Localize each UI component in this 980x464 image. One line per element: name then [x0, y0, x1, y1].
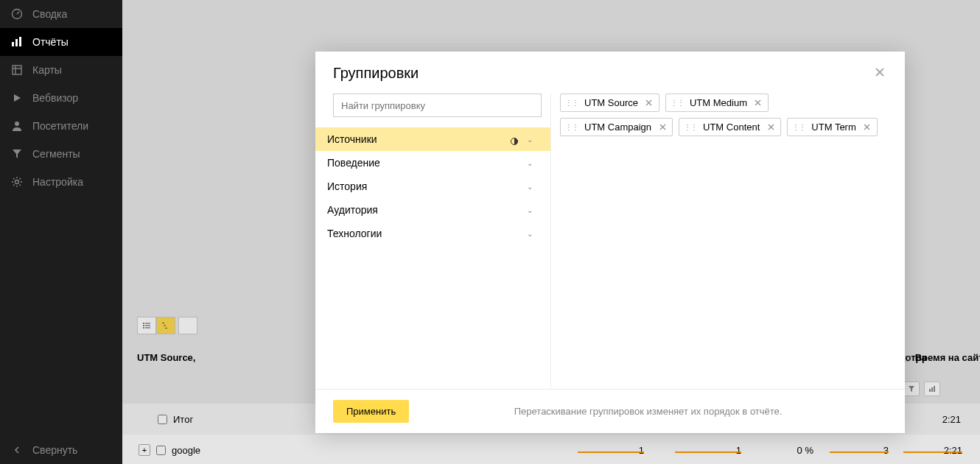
bars-icon: [10, 35, 24, 49]
remove-tag-button[interactable]: [862, 122, 872, 133]
chevron-left-icon: [10, 443, 24, 457]
funnel-icon: [10, 147, 24, 161]
drag-handle-icon[interactable]: ⋮⋮: [565, 123, 578, 131]
map-icon: [10, 63, 24, 77]
sidebar-item-visitors[interactable]: Посетители: [0, 112, 122, 140]
sidebar-item-settings[interactable]: Настройка: [0, 168, 122, 196]
svg-point-9: [15, 122, 19, 126]
svg-rect-5: [13, 66, 21, 74]
footer-hint: Перетаскивание группировок изменяет их п…: [409, 406, 887, 417]
tag-utm-content[interactable]: ⋮⋮ UTM Content: [679, 118, 781, 136]
category-panel: Источники ⌄ Поведение ⌄ История ⌄ Аудито…: [315, 94, 551, 389]
drag-handle-icon[interactable]: ⋮⋮: [671, 99, 684, 107]
svg-marker-10: [13, 150, 21, 158]
category-label: Поведение: [327, 157, 380, 169]
gauge-icon: [10, 7, 24, 21]
category-behavior[interactable]: Поведение ⌄: [315, 151, 550, 175]
sidebar-item-label: Настройка: [32, 176, 83, 188]
sidebar-item-label: Отчёты: [32, 36, 69, 48]
chevron-down-icon: ⌄: [527, 206, 533, 214]
drag-handle-icon[interactable]: ⋮⋮: [565, 99, 578, 107]
sidebar-item-maps[interactable]: Карты: [0, 56, 122, 84]
chevron-down-icon: ⌄: [527, 159, 533, 167]
tag-label: UTM Source: [584, 97, 638, 108]
tag-label: UTM Content: [703, 122, 760, 133]
category-label: Технологии: [327, 228, 382, 239]
sidebar-item-label: Сегменты: [32, 148, 80, 160]
chevron-down-icon: ⌄: [527, 183, 533, 191]
sidebar-item-webvisor[interactable]: Вебвизор: [0, 84, 122, 112]
modal-footer: Применить Перетаскивание группировок изм…: [315, 389, 905, 433]
tag-label: UTM Campaign: [584, 122, 651, 133]
person-icon: [10, 119, 24, 133]
sidebar-collapse[interactable]: Свернуть: [0, 436, 122, 464]
sidebar-item-label: Посетители: [32, 120, 88, 132]
chevron-down-icon: ⌄: [527, 136, 533, 144]
category-label: Источники: [327, 133, 377, 145]
sidebar: Сводка Отчёты Карты Вебвизор Посетители …: [0, 0, 122, 464]
modal-title: Группировки: [333, 65, 419, 82]
play-icon: [10, 91, 24, 105]
selected-panel: ⋮⋮ UTM Source ⋮⋮ UTM Medium ⋮⋮ UTM Campa…: [551, 94, 905, 389]
sidebar-item-reports[interactable]: Отчёты: [0, 28, 122, 56]
sidebar-item-label: Сводка: [32, 8, 67, 20]
tag-utm-medium[interactable]: ⋮⋮ UTM Medium: [665, 94, 769, 112]
category-sources[interactable]: Источники ⌄: [315, 127, 550, 151]
remove-tag-button[interactable]: [644, 98, 654, 108]
tag-utm-campaign[interactable]: ⋮⋮ UTM Campaign: [560, 118, 673, 136]
tag-utm-term[interactable]: ⋮⋮ UTM Term: [787, 118, 877, 136]
svg-point-11: [15, 180, 19, 184]
search-input[interactable]: [333, 94, 542, 117]
tag-label: UTM Medium: [690, 97, 747, 108]
svg-rect-3: [15, 39, 18, 46]
remove-tag-button[interactable]: [766, 122, 776, 133]
drag-handle-icon[interactable]: ⋮⋮: [684, 123, 697, 131]
category-label: Аудитория: [327, 204, 378, 216]
category-tech[interactable]: Технологии ⌄: [315, 222, 550, 245]
category-audience[interactable]: Аудитория ⌄: [315, 198, 550, 222]
gear-icon: [10, 175, 24, 189]
drag-handle-icon[interactable]: ⋮⋮: [792, 123, 805, 131]
sidebar-item-summary[interactable]: Сводка: [0, 0, 122, 28]
apply-button[interactable]: Применить: [333, 400, 409, 423]
tag-list: ⋮⋮ UTM Source ⋮⋮ UTM Medium ⋮⋮ UTM Campa…: [560, 94, 887, 136]
category-history[interactable]: История ⌄: [315, 175, 550, 198]
modal-header: Группировки: [315, 52, 905, 82]
remove-tag-button[interactable]: [657, 122, 668, 133]
svg-marker-8: [14, 94, 21, 102]
remove-tag-button[interactable]: [753, 98, 763, 108]
sidebar-collapse-label: Свернуть: [32, 444, 77, 456]
chevron-down-icon: ⌄: [527, 230, 533, 238]
sidebar-item-label: Вебвизор: [32, 92, 78, 104]
sidebar-item-label: Карты: [32, 64, 62, 76]
svg-line-1: [17, 12, 19, 14]
close-button[interactable]: [872, 65, 887, 80]
partial-indicator-icon: [511, 136, 518, 143]
svg-rect-2: [12, 42, 14, 46]
sidebar-item-segments[interactable]: Сегменты: [0, 140, 122, 168]
category-label: История: [327, 180, 367, 192]
tag-utm-source[interactable]: ⋮⋮ UTM Source: [560, 94, 659, 112]
svg-rect-4: [19, 37, 21, 46]
groupings-modal: Группировки Источники ⌄ Поведение ⌄ Исто…: [315, 52, 905, 433]
tag-label: UTM Term: [811, 122, 855, 133]
